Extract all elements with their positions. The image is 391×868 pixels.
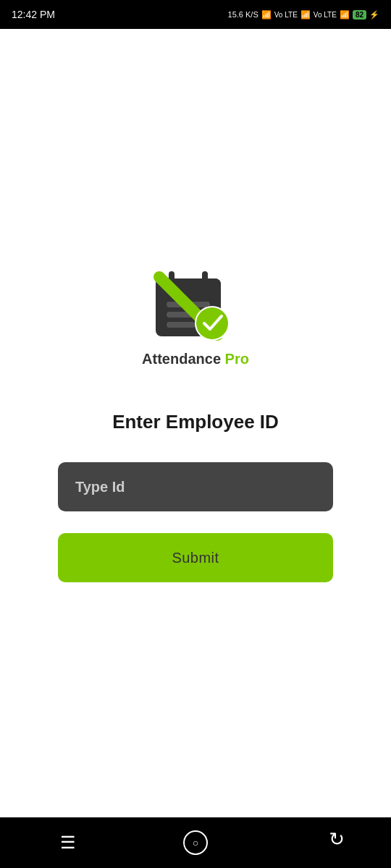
wifi-icon: 📶 — [261, 10, 272, 20]
employee-id-container — [58, 462, 333, 511]
network-speed: 15.6 K/S — [228, 10, 258, 19]
menu-icon[interactable]: ☰ — [46, 828, 90, 857]
status-bar: 12:42 PM 15.6 K/S 📶 Vo LTE 📶 Vo LTE 📶 82… — [0, 0, 391, 29]
app-name: Attendance Pro — [142, 351, 249, 367]
signal2-icon: 📶 — [340, 10, 350, 20]
logo-container: Attendance Pro — [142, 264, 249, 367]
svg-rect-3 — [202, 271, 208, 287]
svg-point-9 — [196, 307, 228, 339]
status-icons: 15.6 K/S 📶 Vo LTE 📶 Vo LTE 📶 82 ⚡ — [228, 10, 379, 20]
back-icon[interactable]: ↺ — [301, 828, 345, 857]
app-logo-icon — [148, 264, 243, 344]
page-title: Enter Employee ID — [112, 411, 279, 433]
home-icon[interactable]: ○ — [183, 830, 208, 855]
bottom-nav: ☰ ○ ↺ — [0, 817, 391, 868]
submit-button[interactable]: Submit — [58, 533, 333, 582]
lte2-icon: Vo LTE — [314, 11, 337, 19]
battery-indicator: 82 — [353, 10, 366, 20]
main-content: Attendance Pro Enter Employee ID Submit — [0, 29, 391, 817]
svg-rect-6 — [167, 322, 196, 328]
employee-id-input[interactable] — [58, 462, 333, 511]
lte-icon: Vo LTE — [274, 11, 298, 19]
status-time: 12:42 PM — [12, 9, 55, 20]
charging-icon: ⚡ — [369, 10, 379, 20]
signal-icon: 📶 — [300, 10, 311, 20]
